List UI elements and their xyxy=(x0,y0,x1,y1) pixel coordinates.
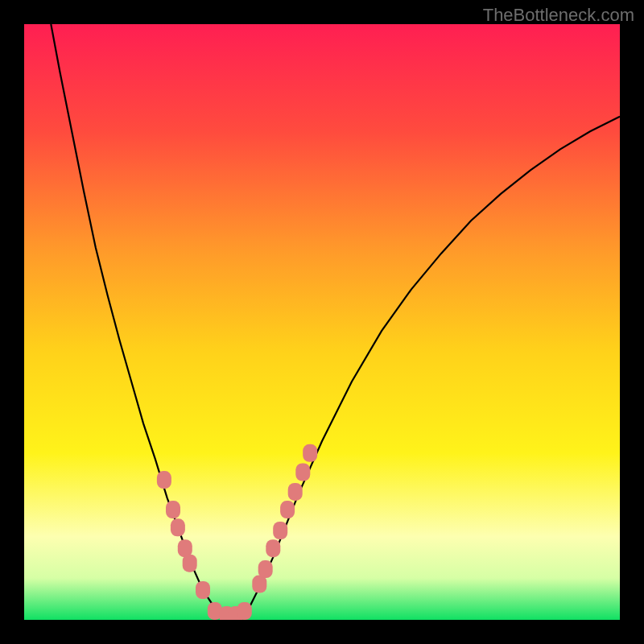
data-marker xyxy=(295,464,310,481)
data-marker xyxy=(166,501,180,518)
data-marker xyxy=(266,539,280,557)
chart-plot-area xyxy=(24,24,620,620)
data-marker xyxy=(183,555,197,572)
chart-svg xyxy=(24,24,620,620)
chart-frame: TheBottleneck.com xyxy=(0,0,644,644)
data-marker xyxy=(171,518,185,536)
watermark-text: TheBottleneck.com xyxy=(483,5,634,26)
data-marker xyxy=(258,560,273,578)
gradient-background xyxy=(24,24,620,620)
data-marker xyxy=(157,471,171,489)
data-marker xyxy=(196,581,210,599)
data-marker xyxy=(273,522,287,539)
data-marker xyxy=(303,444,317,462)
data-marker xyxy=(237,602,252,620)
data-marker xyxy=(280,501,295,518)
data-marker xyxy=(288,483,303,501)
